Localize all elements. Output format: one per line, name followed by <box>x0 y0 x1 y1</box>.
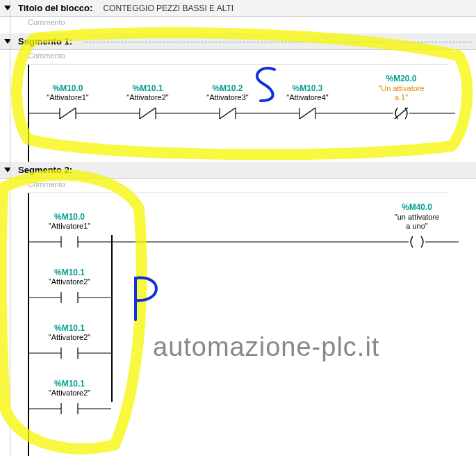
no-contact-icon <box>28 291 111 304</box>
contact-nc[interactable]: %M10.2 "Attivatore3" <box>188 84 268 120</box>
segment-title-1: Segmento 1: <box>18 36 72 47</box>
nc-contact-icon <box>28 106 108 120</box>
watermark-text: automazione-plc.it <box>153 332 379 362</box>
nc-contact-icon <box>268 106 347 120</box>
segment-header-2: Segmento 2: <box>0 162 476 179</box>
nc-coil-icon <box>347 106 455 120</box>
no-contact-icon <box>28 402 111 416</box>
coil-output[interactable]: %M40.0 "un attivatorea uno" <box>375 203 459 249</box>
coil-icon <box>375 235 459 249</box>
contact-no[interactable]: %M10.1 "Attivatore2" <box>28 324 111 360</box>
svg-line-9 <box>140 108 156 119</box>
contact-nc[interactable]: %M10.0 "Attivatore1" <box>28 84 108 120</box>
nc-contact-icon <box>188 106 268 120</box>
rung-area-2: %M10.0 "Attivatore1" %M40.0 "un attivato… <box>28 193 462 456</box>
contact-no[interactable]: %M10.0 "Attivatore1" <box>28 213 111 249</box>
segment-comment-2: Commento <box>28 179 448 193</box>
block-title-value: CONTEGGIO PEZZI BASSI E ALTI <box>103 3 233 13</box>
nc-contact-icon <box>108 106 188 120</box>
segment-header-1: Segmento 1: <box>0 33 476 50</box>
contact-no[interactable]: %M10.1 "Attivatore2" <box>28 268 111 304</box>
no-contact-icon <box>28 346 111 360</box>
contact-nc[interactable]: %M10.1 "Attivatore2" <box>108 84 188 120</box>
svg-line-14 <box>220 108 236 119</box>
segment-title-2: Segmento 2: <box>18 165 72 175</box>
block-title-label: Titolo del blocco: <box>18 3 92 13</box>
coil-output[interactable]: %M20.0 "Un attivatorea 1" <box>347 74 455 120</box>
rung-area-1: %M10.0 "Attivatore1" %M10.1 "Attivatore2… <box>28 65 462 162</box>
svg-line-4 <box>60 108 76 119</box>
page-left-rule <box>10 0 10 456</box>
segment-comment-1: Commento <box>28 50 448 65</box>
no-contact-icon <box>28 235 111 249</box>
contact-no[interactable]: %M10.1 "Attivatore2" <box>28 380 111 416</box>
svg-line-19 <box>299 108 315 119</box>
contact-nc[interactable]: %M10.3 "Attivatore4" <box>268 84 347 120</box>
block-comment-label: Commento <box>28 17 476 31</box>
wire-horizontal <box>111 235 375 249</box>
block-title-row: Titolo del blocco: CONTEGGIO PEZZI BASSI… <box>0 0 476 17</box>
